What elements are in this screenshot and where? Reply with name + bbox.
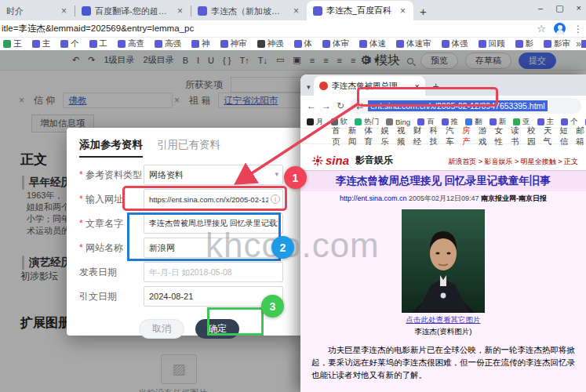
profile-avatar[interactable] [554,23,566,34]
nav-link[interactable]: 游戏 [479,125,489,147]
bookmark-item[interactable]: 工 [89,38,108,49]
inner-tab-strip: ▾ 李连杰曾被周总理接见 回忆录… × + [300,74,586,96]
bookmark-item[interactable]: 回顾 [479,38,505,49]
bookmark-favicon [294,40,302,48]
field-label-publish-date: 发表日期 [79,266,144,279]
swap-icon: ⇄ [356,101,363,111]
bookmark-favicon [322,40,330,48]
confirm-button[interactable]: 确定 [195,319,239,339]
forward-icon[interactable]: → [322,100,331,111]
reload-icon[interactable]: ↻ [337,100,344,111]
nav-link[interactable]: 房产 [462,125,472,147]
bookmark-favicon [257,40,265,48]
publish-date-input[interactable] [144,262,283,282]
maximize-button[interactable]: ▢ [555,3,563,13]
minimize-button[interactable]: – [538,3,543,13]
baidu-translate-icon [82,6,91,16]
bookmark-item[interactable]: 个 [60,38,79,49]
new-tab-button[interactable]: + [420,5,427,18]
tab-search-chevron-icon[interactable]: ▾ [307,83,311,91]
baike-icon [198,6,207,16]
bookmarks-overflow-icon[interactable]: » [573,38,581,49]
cite-date-input[interactable] [144,286,283,307]
bookmark-star-icon[interactable]: ☆ [537,23,546,34]
inner-url-selected-text[interactable]: ent.sina.com.cn/x/2005-02-12/0947653395.… [368,100,547,111]
back-icon[interactable]: ← [307,100,316,111]
bookmark-item[interactable]: 神强 [257,38,284,49]
nav-link[interactable]: 汽车 [446,125,456,147]
nav-link[interactable]: 短信 [560,125,570,147]
bookmark-favicon [359,40,367,48]
nav-link[interactable]: 天气 [544,125,554,147]
inner-address-row: ← → ↻ ⇄ ent.sina.com.cn/x/2005-02-12/094… [300,96,586,116]
field-label-type: 参考资料类型 [79,169,144,182]
bookmark-favicon [118,40,126,48]
bookmark-favicon [442,40,450,48]
field-label-url: 输入网址 [79,193,144,206]
chevron-down-icon: ▾ [275,170,278,178]
nav-link[interactable]: 视频 [397,125,407,147]
inner-address-bar[interactable]: ⇄ ent.sina.com.cn/x/2005-02-12/094765339… [350,98,581,114]
sina-logo[interactable]: sina [311,154,349,167]
bookmark-item[interactable]: 月 [307,117,324,127]
menu-kebab-icon[interactable]: ⋮ [573,24,583,34]
nav-link[interactable]: 校园 [527,125,537,147]
tab-close-icon[interactable]: × [414,82,419,91]
bookmark-item[interactable]: 体审 [322,38,349,49]
tab-close-icon[interactable]: × [399,5,407,16]
bookmark-item[interactable]: 神审 [220,38,247,49]
bookmark-item[interactable]: 影审 [544,38,570,49]
tab-2[interactable]: 百度翻译-您的超级翻译伙伴 × [75,2,191,20]
tab-active[interactable]: 李连杰_百度百科 × [307,1,413,20]
bookmark-favicon [155,40,162,48]
nav-link[interactable]: 读书 [511,125,521,147]
browser-tab-strip: 时介 × 百度翻译-您的超级翻译伙伴 × 李连杰（新加坡籍男演员）_百 × 李连… [0,0,586,20]
nav-link[interactable]: 娱乐 [380,125,391,147]
nav-link[interactable]: 邮箱 [576,125,586,147]
nav-link[interactable]: 新闻 [348,125,359,147]
source-url[interactable]: http://ent.sina.com.cn [340,194,407,202]
close-button[interactable]: × [577,3,581,13]
article-photo [402,209,485,313]
url-text[interactable]: itle=李连杰&lemmaid=202569&entry=lemma_pc [0,23,486,34]
bookmark-favicon [396,40,404,48]
bookmark-item[interactable]: 主 [32,38,51,49]
view-more-photos-link[interactable]: 点击此处查看其它图片 [300,315,586,325]
cancel-button[interactable]: 取消 [139,319,184,339]
nav-link[interactable]: 女性 [495,125,505,147]
nav-link[interactable]: 科技 [430,125,440,147]
article-source-line: http://ent.sina.com.cn 2005年02月12日09:47 … [300,191,586,205]
new-tab-button[interactable]: + [433,80,439,93]
tab-close-icon[interactable]: × [60,5,68,16]
bookmark-item[interactable]: 王 [3,38,22,49]
breadcrumb[interactable]: 新浪首页 > 影音娱乐 > 明星全接触 > 正文 [448,157,578,167]
tab-add-reference[interactable]: 添加参考资料 [79,138,143,158]
bookmark-favicon [191,40,199,48]
article-name-input[interactable] [144,213,283,234]
nav-link[interactable]: 财经 [413,125,424,147]
tab-1[interactable]: 时介 × [0,2,75,20]
bookmarks-bar: 王 主 个 工 高查 高强 [0,38,586,50]
inner-tab[interactable]: 李连杰曾被周总理接见 回忆录… × [314,76,425,96]
bookmark-item[interactable]: 体速审 [396,38,431,49]
bookmark-item[interactable]: 体强 [442,38,468,49]
reference-type-select[interactable] [144,165,283,185]
url-input[interactable] [144,189,283,209]
site-name-input[interactable] [144,238,283,258]
article-body: 功夫巨星李连杰的电影新片已在全球公映，新的一轮李连杰热即将掀起，要采访远在好莱坞… [311,343,575,381]
nav-link[interactable]: 首页 [332,125,342,147]
bookmark-item[interactable]: 体 [294,38,313,49]
bookmark-item[interactable]: 高强 [155,38,181,49]
bookmark-item[interactable]: 高查 [118,38,144,49]
address-bar[interactable]: itle=李连杰&lemmaid=202569&entry=lemma_pc ☆… [0,20,586,38]
tab-close-icon[interactable]: × [176,5,184,16]
bookmark-favicon [89,40,97,48]
tab-close-icon[interactable]: × [292,5,300,16]
bookmark-item[interactable]: 娱 [581,38,586,49]
bookmark-item[interactable]: 影 [515,38,534,49]
bookmark-item[interactable]: 神 [191,38,210,49]
nav-link[interactable]: 体育 [365,125,375,147]
tab-3[interactable]: 李连杰（新加坡籍男演员）_百 × [191,2,307,20]
tab-cite-existing[interactable]: 引用已有资料 [157,138,220,158]
bookmark-item[interactable]: 体速 [359,38,386,49]
